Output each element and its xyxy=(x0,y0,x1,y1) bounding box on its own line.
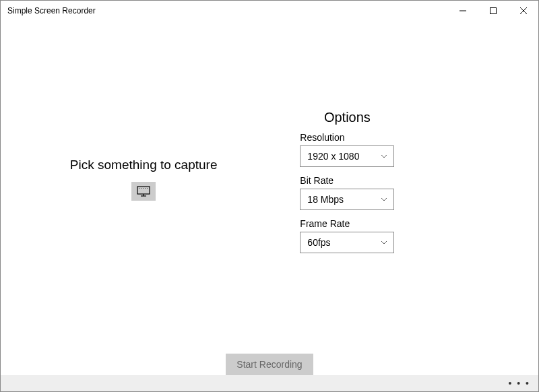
start-recording-button[interactable]: Start Recording xyxy=(226,354,313,375)
bitrate-select[interactable]: 18 Mbps xyxy=(300,189,394,210)
framerate-value: 60fps xyxy=(307,237,330,248)
window-title: Simple Screen Recorder xyxy=(7,6,96,15)
options-pane: Options Resolution 1920 x 1080 Bit Rate … xyxy=(286,21,538,391)
options-heading: Options xyxy=(300,110,394,125)
chevron-down-icon xyxy=(380,195,388,203)
app-window: Simple Screen Recorder Pick something to… xyxy=(0,0,539,392)
bitrate-field: Bit Rate 18 Mbps xyxy=(300,175,538,210)
resolution-field: Resolution 1920 x 1080 xyxy=(300,132,538,167)
chevron-down-icon xyxy=(380,152,388,160)
close-icon xyxy=(520,7,527,14)
resolution-select[interactable]: 1920 x 1080 xyxy=(300,145,394,167)
titlebar: Simple Screen Recorder xyxy=(1,1,538,21)
minimize-button[interactable] xyxy=(447,1,478,21)
bitrate-label: Bit Rate xyxy=(300,175,538,186)
bitrate-value: 18 Mbps xyxy=(307,194,344,205)
framerate-label: Frame Rate xyxy=(300,218,538,229)
content-area: Pick something to capture Options Resolu… xyxy=(1,21,538,391)
window-controls xyxy=(447,1,538,21)
close-button[interactable] xyxy=(508,1,538,21)
pick-capture-button[interactable] xyxy=(131,182,156,201)
maximize-button[interactable] xyxy=(478,1,508,21)
capture-prompt: Pick something to capture xyxy=(70,158,218,172)
status-bar: • • • xyxy=(1,375,538,391)
resolution-value: 1920 x 1080 xyxy=(307,151,359,162)
framerate-select[interactable]: 60fps xyxy=(300,232,394,253)
action-bar: Start Recording xyxy=(1,354,538,375)
capture-pane: Pick something to capture xyxy=(1,21,286,391)
maximize-icon xyxy=(490,7,497,14)
chevron-down-icon xyxy=(380,238,388,247)
svg-rect-1 xyxy=(490,8,496,14)
minimize-icon xyxy=(459,7,466,14)
more-menu-button[interactable]: • • • xyxy=(509,378,530,389)
monitor-icon xyxy=(137,186,150,197)
resolution-label: Resolution xyxy=(300,132,538,143)
svg-rect-4 xyxy=(137,187,150,194)
framerate-field: Frame Rate 60fps xyxy=(300,218,538,253)
